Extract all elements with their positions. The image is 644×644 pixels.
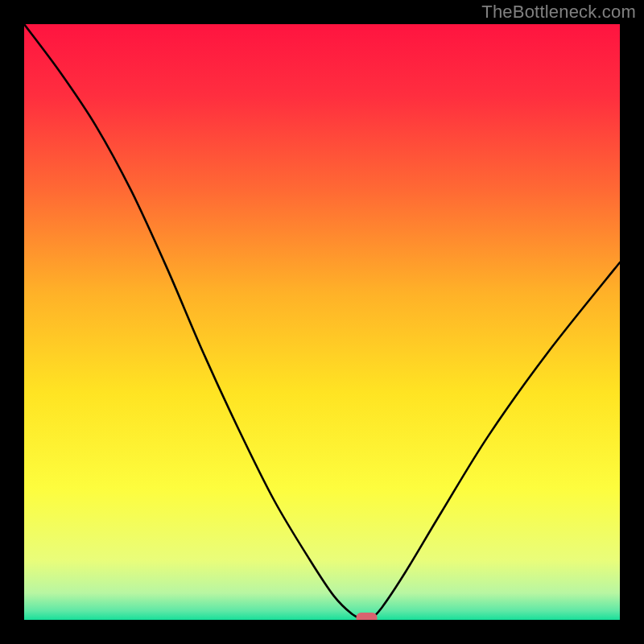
optimum-marker — [357, 613, 378, 620]
watermark-text: TheBottleneck.com — [481, 2, 636, 23]
gradient-background — [24, 24, 620, 620]
chart-frame: TheBottleneck.com — [0, 0, 644, 644]
bottleneck-chart — [24, 24, 620, 620]
plot-area — [24, 24, 620, 620]
